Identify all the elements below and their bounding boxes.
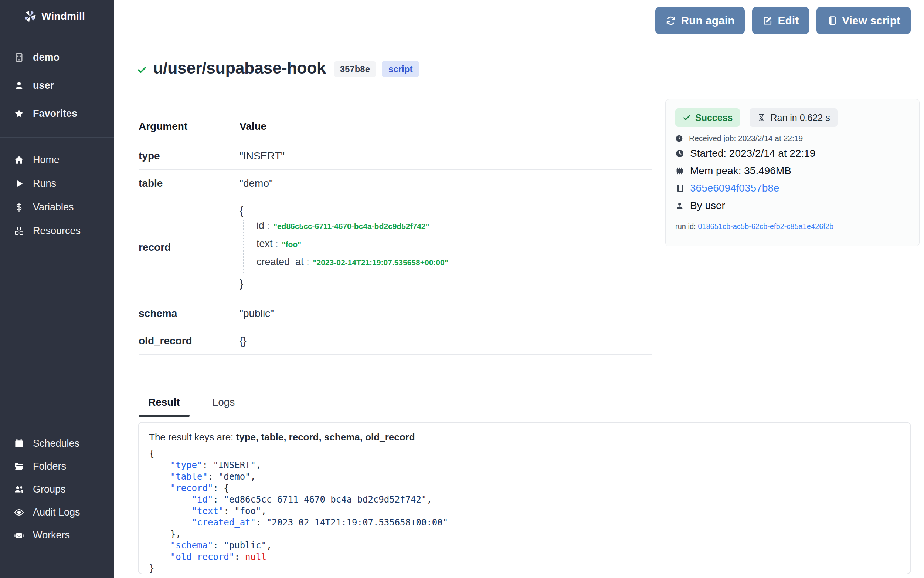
argument-key: old_record (139, 335, 239, 347)
dollar-icon (14, 202, 24, 212)
person-icon (675, 201, 684, 210)
arguments-table: Argument Value type"INSERT"table"demo"re… (139, 111, 652, 355)
job-status-card: Success Ran in 0.622 s Received job: 202… (665, 99, 919, 246)
sidebar-item-label: Schedules (33, 438, 79, 449)
home-icon (14, 155, 24, 165)
memory-icon (675, 166, 684, 175)
tab-logs[interactable]: Logs (203, 391, 245, 416)
sidebar-item-label: user (33, 80, 54, 91)
argument-key: record (139, 242, 239, 253)
open-brace: { (239, 205, 448, 217)
argument-key: table (139, 177, 239, 189)
record-entry-value: "foo" (282, 240, 301, 249)
run-again-button[interactable]: Run again (655, 7, 745, 34)
result-keys-line: The result keys are: type, table, record… (149, 432, 900, 443)
version-hash-badge: 357b8e (334, 61, 376, 77)
argument-row-table: table"demo" (139, 170, 652, 197)
edit-label: Edit (778, 15, 799, 27)
play-icon (14, 179, 24, 188)
sidebar-nav-group: HomeRunsVariablesResources (0, 138, 114, 243)
toolbar: Run again Edit View script (655, 7, 911, 34)
page-title: u/user/supabase-hook (153, 58, 326, 78)
sidebar: Windmill demouserFavorites HomeRunsVaria… (0, 0, 114, 578)
record-entry-text: text:"foo" (257, 238, 448, 256)
sidebar-item-resources[interactable]: Resources (0, 219, 114, 243)
sidebar-item-runs[interactable]: Runs (0, 172, 114, 195)
scroll-icon (675, 184, 684, 193)
script-hash-link[interactable]: 365e6094f0357b8e (690, 182, 779, 194)
duration-label: Ran in 0.622 s (770, 112, 830, 123)
sidebar-workspace-group: demouserFavorites (0, 33, 114, 138)
success-badge: Success (675, 108, 740, 127)
argument-value: "demo" (239, 177, 273, 189)
view-script-button[interactable]: View script (816, 7, 911, 34)
sidebar-item-label: Workers (33, 529, 70, 541)
refresh-icon (666, 16, 676, 26)
record-entry-key: created_at (257, 256, 304, 268)
user-icon (14, 81, 24, 91)
script-kind-badge: script (382, 61, 419, 77)
boxes-icon (14, 226, 24, 236)
clock-icon (675, 135, 683, 142)
record-entry-value: "ed86c5cc-6711-4670-bc4a-bd2c9d52f742" (273, 222, 429, 231)
record-entries: id:"ed86c5cc-6711-4670-bc4a-bd2c9d52f742… (243, 220, 448, 274)
run-id-link[interactable]: 018651cb-ac5b-62cb-efb2-c85a1e426f2b (698, 222, 833, 231)
record-object-viewer: {id:"ed86c5cc-6711-4670-bc4a-bd2c9d52f74… (239, 205, 448, 290)
sidebar-item-label: Variables (33, 201, 74, 213)
title-row: u/user/supabase-hook 357b8e script (137, 58, 419, 78)
eye-icon (14, 507, 24, 517)
result-tabs: ResultLogs (139, 391, 911, 416)
sidebar-item-label: Folders (33, 461, 66, 472)
sidebar-item-demo[interactable]: demo (0, 43, 114, 71)
sidebar-item-variables[interactable]: Variables (0, 195, 114, 219)
sidebar-item-favorites[interactable]: Favorites (0, 99, 114, 128)
received-job-line: Received job: 2023/2/14 at 22:19 (675, 132, 909, 144)
sidebar-item-label: Runs (33, 178, 56, 189)
argument-key: type (139, 150, 239, 162)
argument-value: "public" (239, 308, 274, 320)
record-entry-id: id:"ed86c5cc-6711-4670-bc4a-bd2c9d52f742… (257, 220, 448, 238)
sidebar-item-user[interactable]: user (0, 71, 114, 99)
started-line: Started: 2023/2/14 at 22:19 (675, 144, 909, 162)
sidebar-item-groups[interactable]: Groups (0, 478, 114, 501)
calendar-icon (14, 438, 24, 448)
argument-row-record: record{id:"ed86c5cc-6711-4670-bc4a-bd2c9… (139, 197, 652, 300)
run-id-label: run id: (675, 222, 696, 231)
check-icon (683, 114, 691, 122)
groups-icon (14, 484, 24, 494)
by-user-line: By user (675, 197, 909, 214)
argument-column-header: Argument (139, 120, 239, 132)
star-icon (14, 109, 24, 119)
record-entry-key: text (257, 238, 273, 250)
sidebar-item-label: Home (33, 154, 60, 166)
sidebar-item-label: Resources (33, 225, 81, 237)
windmill-logo-icon (23, 9, 37, 23)
sidebar-item-label: Groups (33, 484, 66, 495)
mem-peak-line: Mem peak: 35.496MB (675, 162, 909, 179)
argument-row-old-record: old_record{} (139, 327, 652, 355)
duration-badge: Ran in 0.622 s (749, 108, 837, 127)
view-script-label: View script (842, 15, 900, 27)
sidebar-item-schedules[interactable]: Schedules (0, 432, 114, 455)
sidebar-item-audit-logs[interactable]: Audit Logs (0, 501, 114, 524)
sidebar-admin-group: SchedulesFoldersGroupsAudit LogsWorkers (0, 432, 114, 547)
record-entry-value: "2023-02-14T21:19:07.535658+00:00" (313, 258, 448, 267)
sidebar-item-workers[interactable]: Workers (0, 524, 114, 547)
value-column-header: Value (239, 120, 267, 132)
argument-value: "INSERT" (239, 150, 285, 162)
robot-icon (14, 530, 24, 540)
edit-button[interactable]: Edit (752, 7, 809, 34)
check-icon (137, 65, 147, 75)
run-again-label: Run again (681, 15, 735, 27)
result-card: The result keys are: type, table, record… (138, 422, 911, 574)
tab-result[interactable]: Result (139, 391, 189, 416)
argument-row-schema: schema"public" (139, 300, 652, 327)
script-hash-line: 365e6094f0357b8e (675, 179, 909, 197)
sidebar-item-label: Audit Logs (33, 507, 80, 518)
record-entry-created-at: created_at:"2023-02-14T21:19:07.535658+0… (257, 256, 448, 274)
sidebar-item-home[interactable]: Home (0, 148, 114, 172)
colon-separator: : (307, 257, 309, 267)
sidebar-item-folders[interactable]: Folders (0, 455, 114, 478)
argument-value: {} (239, 335, 246, 347)
app-logo[interactable]: Windmill (0, 0, 114, 33)
